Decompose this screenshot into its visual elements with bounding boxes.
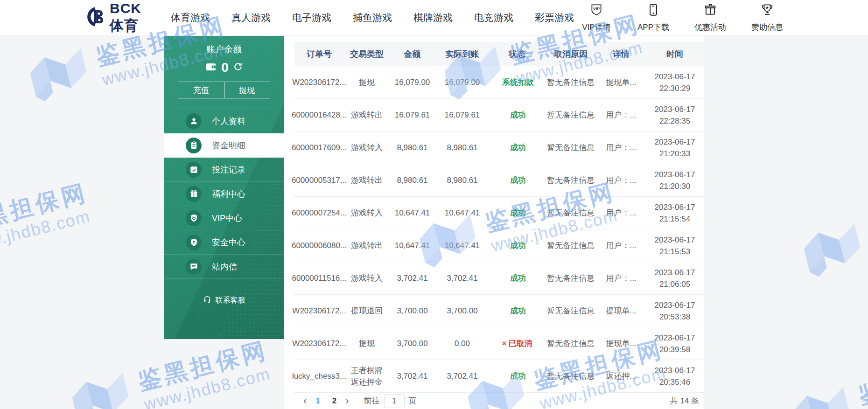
next-page-button[interactable]: › xyxy=(343,396,351,406)
cell-time: 2023-06-17 20:35:46 xyxy=(646,365,704,388)
cell-detail: 返还押... xyxy=(596,370,646,382)
app-download-button[interactable]: APP下载 xyxy=(631,3,676,33)
sidebar-item-messages[interactable]: 站内信 xyxy=(164,255,284,279)
contact-support-button[interactable]: 联系客服 xyxy=(164,295,284,305)
logo-icon xyxy=(86,7,107,29)
goto-page-input[interactable] xyxy=(384,394,405,408)
cell-order-no: 60000007254... xyxy=(294,207,344,219)
promotions-button[interactable]: 优惠活动 xyxy=(688,3,733,33)
sidebar-item-profile[interactable]: 个人资料 xyxy=(164,109,284,133)
nav-link[interactable]: 彩票游戏 xyxy=(535,11,574,24)
security-icon xyxy=(186,235,202,250)
table-row: 60000011516... 游戏转入 3,702.41 3,702.41 成功… xyxy=(294,262,704,295)
nav-link[interactable]: 捕鱼游戏 xyxy=(353,11,392,24)
balance-title: 账户余额 xyxy=(164,43,284,55)
deposit-button[interactable]: 充值 xyxy=(178,82,224,98)
cell-amount: 10,647.41 xyxy=(389,207,435,219)
status-badge: 成功 xyxy=(489,305,545,317)
cell-amount: 3,702.41 xyxy=(389,272,435,284)
cell-actual: 3,702.41 xyxy=(435,272,489,284)
welfare-icon xyxy=(186,186,202,202)
col-amount: 金额 xyxy=(389,49,435,60)
goto-page: 前往 页 xyxy=(364,394,417,408)
cell-time: 2023-06-17 22:28:35 xyxy=(646,104,704,127)
sponsor-info-button[interactable]: 赞助信息 xyxy=(745,3,790,33)
logo[interactable]: BCK体育 xyxy=(86,0,151,35)
page-number[interactable]: 2 xyxy=(332,396,336,406)
sidebar-item-vip-center[interactable]: VIP中心 xyxy=(164,206,284,230)
cell-cancel-reason: 暂无备注信息 xyxy=(545,370,596,382)
nav-link[interactable]: 棋牌游戏 xyxy=(413,11,453,24)
svg-text:VIP: VIP xyxy=(593,7,600,11)
cell-order-no: 60000011516... xyxy=(294,272,344,284)
main-content: 订单号 交易类型 金额 实际到账 状态 取消原因 详情 时间 W20230617… xyxy=(284,36,704,409)
table-row: 60000016428... 游戏转出 16,079.61 16,079.61 … xyxy=(294,99,704,132)
cell-time: 2023-06-17 21:20:30 xyxy=(646,169,704,192)
cell-amount: 3,700.00 xyxy=(389,338,435,349)
status-badge: 成功 xyxy=(489,272,545,284)
cell-cancel-reason: 暂无备注信息 xyxy=(545,109,596,121)
cell-type: 游戏转出 xyxy=(344,174,389,186)
sidebar-menu: 个人资料 资金明细 xyxy=(164,109,284,279)
cell-order-no: W202306172... xyxy=(294,338,344,349)
cell-type: 游戏转出 xyxy=(344,240,389,251)
withdraw-button[interactable]: 提现 xyxy=(224,82,270,98)
status-badge: 成功 xyxy=(489,142,545,153)
cell-order-no: lucky_chess3... xyxy=(294,370,344,382)
cell-type: 提现 xyxy=(344,338,389,349)
cell-amount: 3,702.41 xyxy=(389,370,435,382)
refresh-icon[interactable] xyxy=(233,62,243,73)
cell-amount: 16,079.61 xyxy=(389,109,435,121)
nav-links: 体育游戏 真人游戏 电子游戏 捕鱼游戏 棋牌游戏 电竞游戏 彩票游戏 xyxy=(171,11,574,24)
page-number[interactable]: 1 xyxy=(315,396,320,406)
cell-detail: 用户：... xyxy=(596,142,646,153)
cell-amount: 8,980.61 xyxy=(389,174,435,186)
status-badge: 成功 xyxy=(489,240,545,251)
sidebar-item-bet-records[interactable]: 投注记录 xyxy=(164,158,284,182)
cell-cancel-reason: 暂无备注信息 xyxy=(545,305,596,317)
cell-actual: 10,647.41 xyxy=(435,240,489,251)
table-row: W202306172... 提现 3,700.00 0.00 × 已取消 暂无备… xyxy=(294,327,704,360)
nav-link[interactable]: 体育游戏 xyxy=(171,11,210,24)
sidebar-item-fund-details[interactable]: 资金明细 xyxy=(164,133,284,158)
table-row: 60000017609... 游戏转入 8,980.61 8,980.61 成功… xyxy=(294,132,704,164)
cell-actual: 0.00 xyxy=(435,338,489,349)
bet-record-icon xyxy=(186,162,202,178)
col-detail: 详情 xyxy=(596,49,646,60)
account-sidebar: 账户余额 0 充值 xyxy=(164,36,284,339)
nav-link[interactable]: 电竞游戏 xyxy=(474,11,513,24)
sidebar-item-security[interactable]: 安全中心 xyxy=(164,230,284,255)
cell-time: 2023-06-17 20:39:58 xyxy=(646,332,704,355)
cell-cancel-reason: 暂无备注信息 xyxy=(545,76,596,88)
watermark-logo-icon xyxy=(798,220,868,285)
col-type: 交易类型 xyxy=(344,49,389,60)
cell-cancel-reason: 暂无备注信息 xyxy=(545,207,596,219)
nav-link[interactable]: 电子游戏 xyxy=(292,11,331,24)
cell-time: 2023-06-17 21:15:54 xyxy=(646,201,704,225)
cell-detail: 用户：... xyxy=(596,272,646,284)
cell-order-no: 60000017609... xyxy=(294,142,344,153)
cell-type: 提现退回 xyxy=(344,305,389,317)
cell-order-no: W202306172... xyxy=(294,305,344,317)
vip-details-button[interactable]: VIP VIP详情 xyxy=(574,3,619,33)
cell-time: 2023-06-17 21:06:05 xyxy=(646,267,704,290)
nav-actions: VIP VIP详情 APP下载 xyxy=(574,3,790,33)
nav-link[interactable]: 真人游戏 xyxy=(231,11,271,24)
watermark-logo-icon xyxy=(66,369,138,409)
phone-icon xyxy=(646,3,660,19)
prev-page-button[interactable]: ‹ xyxy=(301,396,309,406)
table-row: lucky_chess3... 王者棋牌 返还押金 3,702.41 3,702… xyxy=(294,360,704,393)
col-order-no: 订单号 xyxy=(294,49,344,60)
col-cancel-reason: 取消原因 xyxy=(545,49,596,60)
sidebar-item-welfare[interactable]: 福利中心 xyxy=(164,182,284,206)
cell-time: 2023-06-17 20:53:38 xyxy=(646,299,704,323)
watermark: 鉴黑担保网www.jhdb8.com xyxy=(0,177,96,277)
watermark: 鉴黑担保网www.jhdb8.com xyxy=(798,185,868,285)
cell-type: 王者棋牌 返还押金 xyxy=(344,365,389,388)
user-icon xyxy=(186,113,202,129)
cell-time: 2023-06-17 21:15:53 xyxy=(646,234,704,257)
cell-time: 2023-06-17 22:30:29 xyxy=(646,71,704,94)
watermark: 鉴黑担保网www.jhdb8.com xyxy=(66,334,276,409)
table-row: 60000007254... 游戏转入 10,647.41 10,647.41 … xyxy=(294,197,704,229)
cell-detail: 提现单... xyxy=(596,338,646,349)
